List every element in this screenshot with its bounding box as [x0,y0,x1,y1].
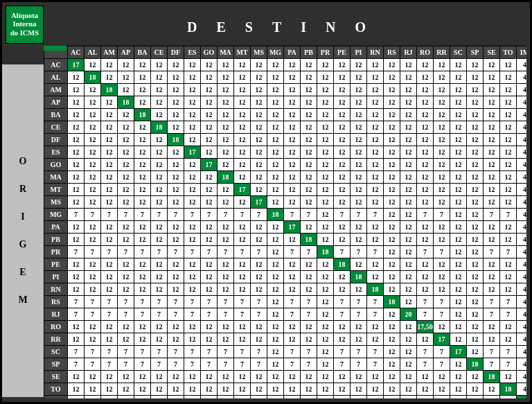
cell-GO-TO: 12 [500,159,517,171]
cell-MT-SC: 12 [450,184,467,196]
cell-AP-DF: 12 [168,96,184,109]
cell-RR-ES: 12 [184,333,201,346]
cell-RJ-MT: 7 [234,308,251,321]
cell-ES-IM: 4 [517,146,527,159]
cell-AP-MS: 12 [251,96,267,109]
cell-RO-SC: 12 [450,321,467,333]
cell-AP-AL: 12 [85,96,101,109]
cell-PR-SP: 12 [467,246,484,258]
cell-GO-MG: 12 [267,159,284,171]
cell-PB-RO: 12 [417,234,434,246]
cell-RJ-MA: 7 [218,308,234,321]
cell-GO-SC: 12 [450,159,467,171]
cell-RO-RJ: 12 [400,321,417,333]
cell-PI-PA: 12 [284,271,301,283]
cell-RJ-RR: 7 [434,308,450,321]
cell-AC-PB: 12 [301,59,317,71]
cell-IM-IM: 4 [517,396,527,399]
cell-SC-MS: 7 [251,346,267,358]
cell-AL-AM: 12 [101,71,118,84]
cell-PI-MS: 12 [251,271,267,283]
row-header-MA: MA [44,171,68,184]
cell-SC-GO: 7 [201,346,218,358]
cell-BA-PB: 12 [301,109,317,121]
cell-PA-RO: 12 [417,221,434,234]
cell-RN-GO: 12 [201,283,218,296]
cell-RJ-SE: 7 [484,308,500,321]
cell-PR-RJ: 12 [400,246,417,258]
cell-MS-MT: 12 [234,196,251,209]
cell-SE-AL: 12 [85,371,101,383]
cell-AM-AL: 12 [85,84,101,96]
cell-RJ-GO: 7 [201,308,218,321]
col-header-PA: PA [284,46,301,59]
cell-RN-PR: 12 [317,283,334,296]
cell-SE-MS: 12 [251,371,267,383]
cell-TO-MA: 12 [218,383,234,396]
cell-AM-PA: 12 [284,84,301,96]
cell-AP-MT: 12 [234,96,251,109]
cell-IM-TO: 4 [500,396,517,399]
col-header-AL: AL [85,46,101,59]
cell-RN-AC: 12 [68,283,85,296]
cell-TO-RN: 12 [367,383,384,396]
cell-MS-PA: 12 [284,196,301,209]
cell-RO-CE: 12 [151,321,168,333]
cell-PA-AL: 12 [85,221,101,234]
cell-BA-AL: 12 [85,109,101,121]
cell-GO-SE: 12 [484,159,500,171]
row-header-SC: SC [44,346,68,358]
cell-RN-AP: 12 [118,283,134,296]
cell-MG-MS: 7 [251,209,267,221]
cell-PE-PI: 12 [351,258,367,271]
cell-AC-SP: 12 [467,59,484,71]
cell-RN-ES: 12 [184,283,201,296]
cell-RS-TO: 7 [500,296,517,308]
row-header-PR: PR [44,246,68,258]
cell-SC-RJ: 12 [400,346,417,358]
cell-RJ-AC: 7 [68,308,85,321]
cell-RJ-RS: 12 [384,308,400,321]
cell-GO-DF: 12 [168,159,184,171]
cell-PE-GO: 12 [201,258,218,271]
col-header-AC: AC [68,46,85,59]
cell-RS-PA: 7 [284,296,301,308]
cell-MS-AC: 12 [68,196,85,209]
cell-ES-RR: 12 [434,146,450,159]
cell-RS-RR: 7 [434,296,450,308]
corner-line1: Alíquota [11,12,38,21]
cell-AL-PE: 12 [334,71,351,84]
cell-SP-PB: 7 [301,358,317,371]
cell-RJ-AL: 7 [85,308,101,321]
cell-AL-MS: 12 [251,71,267,84]
cell-SE-RO: 12 [417,371,434,383]
cell-MT-RS: 12 [384,184,400,196]
cell-AC-DF: 12 [168,59,184,71]
cell-PR-MA: 7 [218,246,234,258]
cell-AL-SE: 12 [484,71,500,84]
cell-RO-RN: 12 [367,321,384,333]
cell-RJ-MG: 12 [267,308,284,321]
cell-RO-AP: 12 [118,321,134,333]
cell-RO-SE: 12 [484,321,500,333]
cell-RN-PA: 12 [284,283,301,296]
cell-IM-CE: 4 [151,396,168,399]
col-header-AM: AM [101,46,118,59]
tiny-green-cell [44,46,66,51]
cell-RO-AC: 12 [68,321,85,333]
cell-MT-MT: 17 [234,184,251,196]
cell-RS-GO: 7 [201,296,218,308]
cell-BA-ES: 12 [184,109,201,121]
cell-RS-BA: 7 [134,296,151,308]
cell-PE-RO: 12 [417,258,434,271]
col-header-SC: SC [450,46,467,59]
cell-AC-IM: 4 [517,59,527,71]
cell-MA-MG: 12 [267,171,284,184]
cell-MA-ES: 12 [184,171,201,184]
cell-SP-RO: 7 [417,358,434,371]
cell-SP-IM: 4 [517,358,527,371]
cell-SE-RR: 12 [434,371,450,383]
cell-AM-RO: 12 [417,84,434,96]
cell-ES-ES: 17 [184,146,201,159]
cell-RN-DF: 12 [168,283,184,296]
